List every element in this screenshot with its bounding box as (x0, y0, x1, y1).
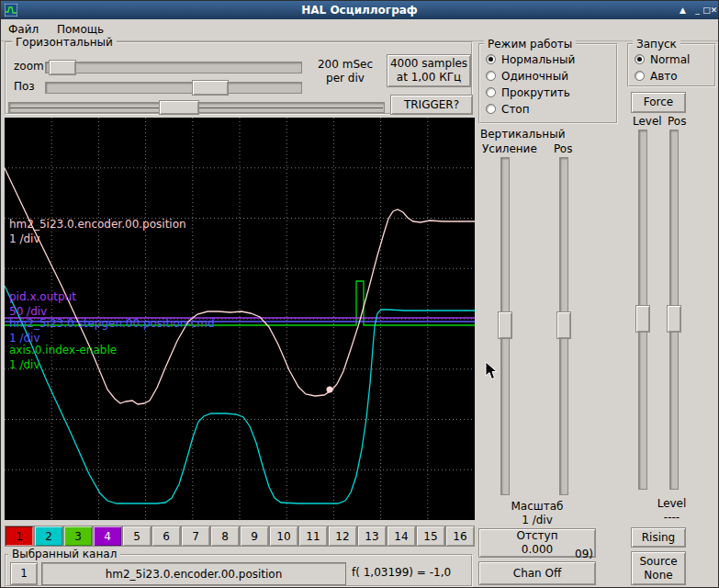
scale-label: Масштаб (478, 500, 596, 514)
trace-name: hm2_5i23.0.encoder.00.position (9, 217, 186, 232)
mode-option-2[interactable]: Прокрутить (486, 86, 575, 98)
vertical-pos-column-label: Pos (554, 142, 572, 155)
trigger-level-slider-handle[interactable] (635, 305, 650, 333)
mouse-cursor (485, 361, 498, 380)
cursor-readout-fragment: 09) (575, 548, 593, 560)
trigger-source-button[interactable]: Source None (631, 551, 686, 585)
mode-option-3[interactable]: Стоп (486, 103, 575, 115)
zoom-slider[interactable] (45, 62, 302, 74)
halscope-window: HAL Осциллограф ▲ _ □ ✕ Файл Помощь Гори… (0, 0, 719, 588)
trace-label-stepgen: hm2_5i23.0.stepgen.00.position-cmd 1 /di… (9, 316, 215, 345)
run-group-title: Запуск (633, 38, 680, 51)
channel-button-9[interactable]: 9 (240, 526, 269, 547)
channel-button-7[interactable]: 7 (181, 526, 210, 547)
close-button[interactable]: ✕ (708, 4, 719, 17)
trigger-level-readout: Level ---- (627, 497, 716, 525)
trace-name: pid.x.output (9, 289, 76, 304)
selected-channel-number-button[interactable]: 1 (10, 562, 38, 585)
trace-label-encoder: hm2_5i23.0.encoder.00.position 1 /div (9, 217, 186, 246)
trigger-position-handle[interactable] (159, 100, 199, 115)
offset-value: 0.000 (522, 543, 553, 557)
rate-per-div: 200 mSec (306, 58, 385, 72)
level-column-label: Level (633, 115, 662, 128)
radio-icon (486, 71, 496, 81)
trace-label-index-enable: axis.0.index-enable 1 /div (9, 343, 117, 372)
gain-column-label: Усиление (482, 142, 537, 155)
radio-label: Стоп (501, 103, 530, 116)
gain-slider-handle[interactable] (498, 311, 512, 339)
channel-button-15[interactable]: 15 (416, 526, 445, 547)
radio-label: Normal (650, 53, 690, 66)
channel-button-1[interactable]: 1 (5, 526, 34, 547)
channel-button-bar: 12345678910111213141516 (5, 526, 475, 547)
channel-button-12[interactable]: 12 (328, 526, 357, 547)
scale-value: 1 /div (478, 514, 596, 527)
scope-screen: hm2_5i23.0.encoder.00.position 1 /div pi… (5, 118, 475, 520)
shade-button[interactable]: ▲ (677, 4, 689, 17)
trigger-pos-slider-handle[interactable] (667, 305, 681, 333)
radio-label: Авто (650, 70, 678, 83)
rate-per-div-units: per div (306, 72, 385, 85)
selected-channel-title: Выбранный канал (8, 548, 120, 560)
samples-count: 4000 samples (390, 57, 467, 71)
trace-label-pid: pid.x.output 50 /div (9, 289, 76, 319)
chan-off-button[interactable]: Chan Off (478, 561, 596, 585)
title-bar[interactable]: HAL Осциллограф ▲ _ □ ✕ (1, 1, 718, 19)
mode-option-1[interactable]: Одиночный (486, 70, 575, 82)
run-option-0[interactable]: Normal (635, 53, 690, 65)
trigger-status-button[interactable]: TRIGGER? (390, 95, 473, 115)
trigger-status-label: TRIGGER? (404, 98, 459, 112)
record-length-button[interactable]: 4000 samples at 1,00 КГц (387, 54, 471, 87)
window-title: HAL Осциллограф (1, 1, 718, 19)
channel-button-13[interactable]: 13 (357, 526, 387, 547)
radio-icon (635, 71, 645, 81)
mode-option-0[interactable]: Нормальный (486, 53, 575, 65)
run-option-1[interactable]: Авто (635, 70, 690, 82)
channel-button-14[interactable]: 14 (387, 526, 416, 547)
channel-button-8[interactable]: 8 (210, 526, 240, 547)
trigger-pos-column-label: Pos (668, 115, 686, 128)
channel-button-3[interactable]: 3 (63, 526, 93, 547)
position-label: Поз (14, 80, 35, 93)
channel-button-4[interactable]: 4 (93, 526, 122, 547)
trigger-point-marker (327, 387, 333, 393)
channel-button-11[interactable]: 11 (298, 526, 328, 547)
radio-label: Одиночный (501, 70, 568, 83)
zoom-slider-handle[interactable] (49, 60, 76, 75)
force-button[interactable]: Force (631, 92, 686, 113)
trigger-level-label: Level (627, 497, 716, 511)
channel-button-2[interactable]: 2 (34, 526, 63, 547)
trigger-level-value: ---- (627, 511, 716, 525)
channel-button-10[interactable]: 10 (269, 526, 298, 547)
radio-icon (486, 54, 496, 64)
zoom-label: zoom (14, 60, 44, 73)
trigger-slope-button[interactable]: Rising (631, 527, 686, 548)
position-slider-handle[interactable] (192, 80, 229, 96)
channel-button-6[interactable]: 6 (152, 526, 181, 547)
position-slider[interactable] (45, 82, 302, 94)
radio-icon (635, 54, 645, 64)
radio-icon (486, 87, 496, 97)
chan-off-label: Chan Off (513, 567, 561, 581)
force-label: Force (644, 96, 673, 109)
selected-channel-name-field[interactable]: hm2_5i23.0.encoder.00.position (41, 562, 346, 585)
radio-label: Прокрутить (501, 86, 570, 99)
vertical-pos-slider-handle[interactable] (556, 311, 571, 339)
horizontal-group-title: Горизонтальный (12, 36, 117, 49)
trace-scale: 1 /div (9, 357, 117, 372)
mode-options: НормальныйОдиночныйПрокрутитьСтоп (486, 53, 575, 119)
sample-rate-readout: 200 mSec per div (306, 58, 385, 85)
channel-button-5[interactable]: 5 (122, 526, 152, 547)
trigger-slope-label: Rising (642, 531, 675, 545)
samples-rate: at 1,00 КГц (397, 71, 461, 85)
trigger-source-value: None (644, 569, 672, 582)
channel-button-16[interactable]: 16 (445, 526, 475, 547)
vertical-section-title: Вертикальный (480, 128, 565, 141)
selected-channel-name: hm2_5i23.0.encoder.00.position (106, 568, 283, 581)
trigger-source-label: Source (639, 555, 677, 569)
cursor-readout: f( 1,03199) = -1,0 (352, 566, 471, 579)
menu-help[interactable]: Помощь (50, 19, 111, 36)
trace-name: axis.0.index-enable (9, 343, 117, 357)
menu-file[interactable]: Файл (1, 19, 46, 36)
trace-scale: 1 /div (9, 232, 186, 246)
